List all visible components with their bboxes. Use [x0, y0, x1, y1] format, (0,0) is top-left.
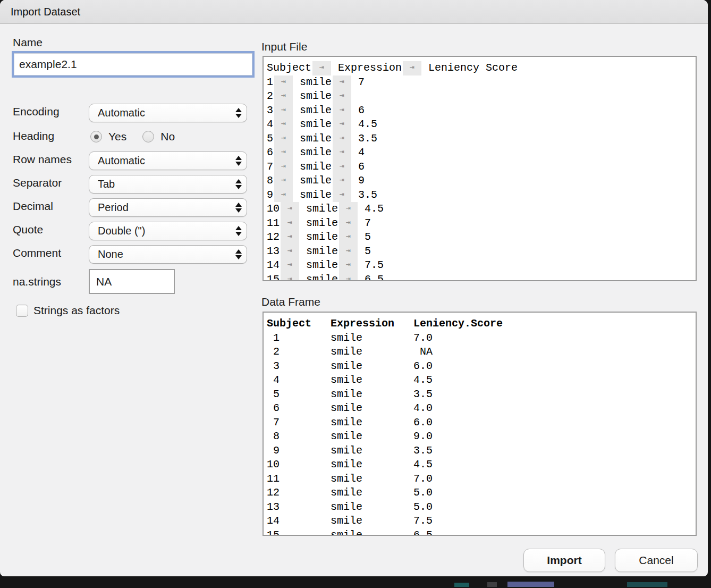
strings-as-factors-label: Strings as factors [33, 304, 120, 317]
tab-character-icon: ⇥ [274, 146, 293, 160]
input-file-text: 7 [267, 161, 273, 173]
input-file-line: 13⇥smile⇥5 [267, 245, 696, 259]
input-file-line: 14⇥smile⇥7.5 [267, 258, 696, 273]
data-frame-preview[interactable]: Subject Expression Leniency.Score 1 smil… [263, 312, 697, 536]
tab-character-icon: ⇥ [274, 132, 293, 146]
background-app-fragment [454, 583, 469, 587]
input-file-text: 4.5 [358, 118, 377, 130]
encoding-select[interactable]: Automatic [89, 104, 247, 122]
data-frame-row: 8 smile 9.0 [267, 430, 696, 444]
input-file-text: 6 [358, 104, 365, 116]
background-app-fragment [487, 582, 497, 587]
tab-character-icon: ⇥ [333, 89, 351, 104]
input-file-text: 6 [267, 146, 273, 158]
input-file-text: 5 [365, 245, 371, 257]
comment-label: Comment [13, 247, 61, 259]
input-file-line: 7⇥smile⇥6 [267, 160, 696, 174]
data-frame-row: 10 smile 4.5 [267, 458, 696, 472]
input-file-text: 11 [267, 217, 280, 229]
name-input[interactable]: example2.1 [12, 51, 255, 78]
input-file-text: 14 [267, 259, 280, 271]
tab-character-icon: ⇥ [333, 174, 351, 188]
stepper-icon [231, 222, 247, 240]
input-file-text: 5 [267, 132, 273, 145]
input-file-text: smile [306, 231, 338, 243]
input-file-line: 3⇥smile⇥6 [267, 104, 696, 118]
input-file-text: smile [306, 259, 338, 271]
data-frame-row: 5 smile 3.5 [267, 388, 696, 402]
heading-radio-label-yes[interactable]: Yes [108, 130, 126, 143]
row-names-select[interactable]: Automatic [89, 152, 247, 170]
input-file-text: smile [300, 118, 332, 130]
input-file-text: 7 [358, 76, 365, 88]
tab-character-icon: ⇥ [333, 160, 351, 174]
input-file-text: smile [300, 174, 332, 187]
input-file-text: smile [300, 161, 332, 173]
tab-character-icon: ⇥ [333, 132, 351, 146]
na-strings-input-value: NA [96, 275, 112, 288]
tab-character-icon: ⇥ [281, 273, 299, 282]
tab-character-icon: ⇥ [281, 216, 299, 231]
tab-character-icon: ⇥ [339, 258, 358, 273]
data-frame-row: 14 smile 7.5 [267, 514, 696, 528]
tab-character-icon: ⇥ [333, 75, 351, 90]
tab-character-icon: ⇥ [274, 104, 293, 118]
input-file-line: Subject⇥Expression⇥Leniency Score [267, 61, 696, 75]
input-file-text: 3 [267, 104, 273, 116]
tab-character-icon: ⇥ [281, 258, 299, 273]
data-frame-row: 11 smile 7.0 [267, 472, 696, 486]
input-file-text: 7 [365, 217, 371, 229]
separator-select[interactable]: Tab [89, 175, 247, 194]
background-app-fragment [507, 582, 554, 587]
input-file-text: smile [306, 217, 338, 229]
input-file-line: 6⇥smile⇥4 [267, 146, 696, 160]
comment-select[interactable]: None [89, 245, 247, 264]
input-file-text: smile [300, 146, 332, 158]
quote-select[interactable]: Double (") [89, 222, 247, 240]
input-file-text: 4 [358, 146, 365, 158]
dialog-title: Import Dataset [0, 0, 708, 24]
input-file-text: 5 [365, 231, 371, 243]
tab-character-icon: ⇥ [281, 202, 299, 216]
tab-character-icon: ⇥ [339, 245, 358, 259]
tab-character-icon: ⇥ [274, 75, 293, 90]
input-file-text: 7.5 [365, 259, 384, 271]
input-file-text: smile [300, 189, 332, 201]
heading-radio-label-no[interactable]: No [160, 130, 175, 143]
background-app-fragment [627, 582, 667, 587]
decimal-select[interactable]: Period [89, 198, 247, 217]
heading-radio-yes[interactable] [90, 131, 102, 142]
cancel-button[interactable]: Cancel [615, 549, 698, 572]
input-file-line: 2⇥smile⇥ [267, 89, 696, 104]
input-file-preview[interactable]: Subject⇥Expression⇥Leniency Score1⇥smile… [263, 56, 697, 281]
strings-as-factors-checkbox[interactable] [16, 305, 28, 317]
tab-character-icon: ⇥ [274, 174, 293, 188]
encoding-label: Encoding [13, 105, 60, 118]
input-file-text: smile [306, 245, 338, 257]
tab-character-icon: ⇥ [339, 202, 358, 216]
data-frame-row: 1 smile 7.0 [267, 331, 696, 346]
input-file-text: Expression [338, 62, 402, 74]
strings-as-factors-row: Strings as factors [16, 304, 120, 317]
heading-radio-no[interactable] [142, 131, 154, 142]
tab-character-icon: ⇥ [281, 245, 299, 259]
name-input-value: example2.1 [19, 58, 77, 71]
tab-character-icon: ⇥ [333, 104, 351, 118]
input-file-text: smile [306, 203, 338, 215]
input-file-line: 15⇥smile⇥6.5 [267, 273, 696, 282]
import-button[interactable]: Import [523, 549, 605, 572]
decimal-select-value: Period [98, 201, 231, 214]
input-file-text: smile [300, 104, 332, 116]
na-strings-input[interactable]: NA [89, 269, 175, 294]
na-strings-label: na.strings [13, 275, 61, 288]
tab-character-icon: ⇥ [339, 230, 358, 245]
input-file-text: Leniency Score [428, 62, 518, 74]
input-file-line: 5⇥smile⇥3.5 [267, 132, 696, 146]
tab-character-icon: ⇥ [339, 273, 358, 282]
input-file-text: 6 [358, 161, 365, 173]
quote-select-value: Double (") [98, 225, 231, 237]
input-file-line: 4⇥smile⇥4.5 [267, 117, 696, 132]
tab-character-icon: ⇥ [339, 216, 358, 231]
tab-character-icon: ⇥ [333, 188, 351, 203]
heading-label: Heading [13, 130, 54, 142]
